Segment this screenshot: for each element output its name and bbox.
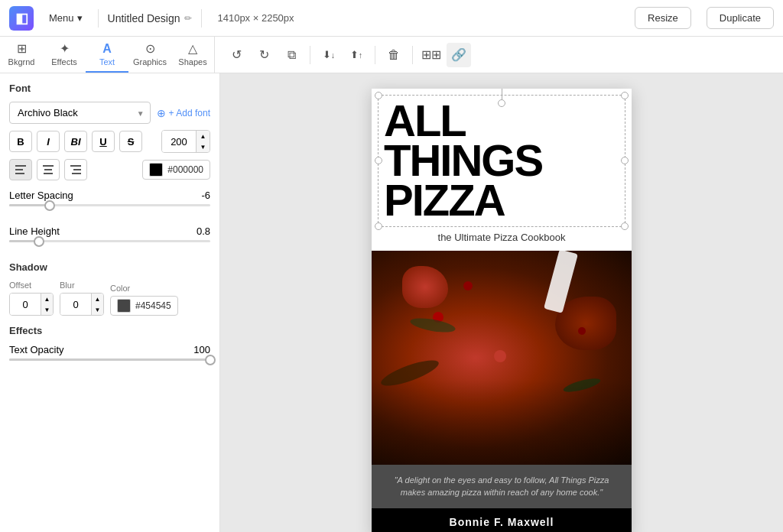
grid-button[interactable]: ⊞⊞: [419, 43, 443, 67]
tab-text[interactable]: A Text: [86, 37, 128, 73]
shadow-color-label: Color: [110, 284, 178, 293]
bkgrnd-icon: ⊞: [17, 41, 27, 56]
cover-image: [372, 251, 632, 465]
font-color-swatch: [149, 163, 163, 177]
letter-spacing-value: -6: [201, 190, 210, 201]
text-opacity-track: [9, 358, 210, 361]
toolbar-actions: ↺ ↻ ⧉ ⬇︎↓ ⬆︎↑ 🗑 ⊞⊞ 🔗: [215, 43, 783, 67]
left-tabs: ⊞ Bkgrnd ✦ Effects A Text ⊙ Graphics △ S…: [0, 37, 215, 73]
lock-button[interactable]: 🔗: [447, 43, 471, 67]
bold-button[interactable]: B: [9, 131, 32, 152]
font-color-hex: #000000: [167, 164, 203, 175]
tab-graphics-label: Graphics: [133, 57, 167, 66]
svg-rect-1: [15, 169, 23, 170]
align-center-button[interactable]: [37, 159, 60, 180]
shadow-offset-input[interactable]: 0 ▲ ▼: [9, 293, 54, 316]
tab-text-label: Text: [99, 57, 115, 66]
shadow-color-button[interactable]: #454545: [110, 296, 178, 316]
tab-shapes[interactable]: △ Shapes: [171, 37, 214, 73]
shadow-offset-label: Offset: [9, 281, 54, 290]
divider: [310, 46, 310, 64]
tab-effects[interactable]: ✦ Effects: [43, 37, 86, 73]
font-size-up[interactable]: ▲: [196, 131, 210, 141]
undo-button[interactable]: ↺: [224, 43, 249, 67]
handle-tl[interactable]: [375, 92, 382, 99]
align-right-button[interactable]: [64, 159, 87, 180]
quote-section: "A delight on the eyes and easy to follo…: [372, 465, 632, 508]
font-size-value[interactable]: 200: [162, 131, 196, 152]
svg-rect-6: [70, 165, 81, 167]
app-logo: ◧: [9, 6, 34, 31]
shapes-icon: △: [188, 41, 197, 56]
font-selector[interactable]: Archivo Black: [9, 102, 151, 124]
layer-down-button[interactable]: ⬇︎↓: [317, 43, 341, 67]
line-height-thumb[interactable]: [34, 236, 44, 247]
font-section-title: Font: [9, 83, 210, 94]
add-font-button[interactable]: ⊕ + Add font: [157, 107, 210, 119]
title-line3: PIZZA: [384, 180, 619, 220]
shadow-offset-value[interactable]: 0: [10, 294, 41, 315]
edit-icon: ✏: [184, 13, 192, 24]
shadow-section: Shadow Offset 0 ▲ ▼ Blur 0: [9, 261, 210, 316]
effects-section: Effects Text Opacity 100: [9, 325, 210, 371]
font-section: Font Archivo Black ⊕ + Add font B I BI U: [9, 83, 210, 180]
align-left-button[interactable]: [9, 159, 32, 180]
svg-rect-3: [43, 165, 54, 167]
shadow-offset-down[interactable]: ▼: [41, 304, 53, 315]
canvas-area: ALL THINGS PIZZA the Ultimate Pizza Cook…: [220, 73, 783, 532]
shadow-blur-input[interactable]: 0 ▲ ▼: [60, 293, 104, 316]
handle-tr[interactable]: [621, 92, 629, 99]
underline-button[interactable]: U: [92, 131, 115, 152]
text-opacity-fill: [9, 358, 210, 361]
svg-rect-5: [44, 173, 53, 174]
author-name: Bonnie F. Maxwell: [387, 516, 616, 528]
quote-text: "A delight on the eyes and easy to follo…: [387, 474, 616, 499]
strikethrough-button[interactable]: S: [119, 131, 142, 152]
duplicate-button[interactable]: Duplicate: [707, 7, 774, 29]
copy-button[interactable]: ⧉: [279, 43, 304, 67]
font-size-down[interactable]: ▼: [196, 141, 210, 152]
font-size-input[interactable]: 200 ▲ ▼: [161, 130, 210, 153]
svg-rect-4: [44, 169, 52, 170]
author-section: Bonnie F. Maxwell: [372, 508, 632, 532]
cover-title-section[interactable]: ALL THINGS PIZZA: [372, 89, 632, 227]
font-color-button[interactable]: #000000: [142, 160, 210, 180]
left-panel: Font Archivo Black ⊕ + Add font B I BI U: [0, 73, 220, 532]
book-cover: ALL THINGS PIZZA the Ultimate Pizza Cook…: [372, 89, 632, 532]
tab-bkgrnd[interactable]: ⊞ Bkgrnd: [0, 37, 43, 73]
shadow-offset-up[interactable]: ▲: [41, 294, 53, 304]
tab-bkgrnd-label: Bkgrnd: [8, 57, 35, 66]
letter-spacing-label: Letter Spacing: [9, 190, 73, 201]
design-title[interactable]: Untitled Design ✏: [108, 12, 193, 24]
handle-rm[interactable]: [621, 157, 629, 164]
line-height-track: [9, 240, 210, 242]
add-font-icon: ⊕: [157, 107, 166, 119]
text-opacity-thumb[interactable]: [205, 355, 216, 365]
svg-rect-2: [15, 173, 24, 174]
tab-graphics[interactable]: ⊙ Graphics: [128, 37, 171, 73]
shadow-color-swatch: [117, 299, 131, 313]
letter-spacing-section: Letter Spacing -6: [9, 190, 210, 216]
redo-button[interactable]: ↻: [252, 43, 276, 67]
menu-button[interactable]: Menu ▾: [43, 9, 89, 27]
resize-button[interactable]: Resize: [635, 7, 691, 29]
shadow-section-title: Shadow: [9, 261, 210, 273]
text-opacity-label: Text Opacity: [9, 344, 64, 355]
divider: [375, 46, 375, 64]
handle-lm[interactable]: [375, 157, 382, 164]
bold-italic-button[interactable]: BI: [64, 131, 87, 152]
italic-button[interactable]: I: [37, 131, 60, 152]
line-height-value: 0.8: [197, 225, 210, 237]
menu-label: Menu: [49, 12, 74, 24]
shadow-blur-value[interactable]: 0: [60, 294, 91, 315]
shadow-blur-up[interactable]: ▲: [91, 294, 103, 304]
delete-button[interactable]: 🗑: [382, 43, 406, 67]
font-selector-wrapper[interactable]: Archivo Black: [9, 102, 151, 124]
effects-section-title: Effects: [9, 325, 210, 336]
tab-shapes-label: Shapes: [178, 57, 206, 66]
shadow-blur-down[interactable]: ▼: [91, 304, 103, 315]
letter-spacing-thumb[interactable]: [44, 200, 55, 211]
layer-up-button[interactable]: ⬆︎↑: [344, 43, 369, 67]
add-font-label: + Add font: [169, 108, 210, 118]
graphics-icon: ⊙: [145, 41, 155, 56]
